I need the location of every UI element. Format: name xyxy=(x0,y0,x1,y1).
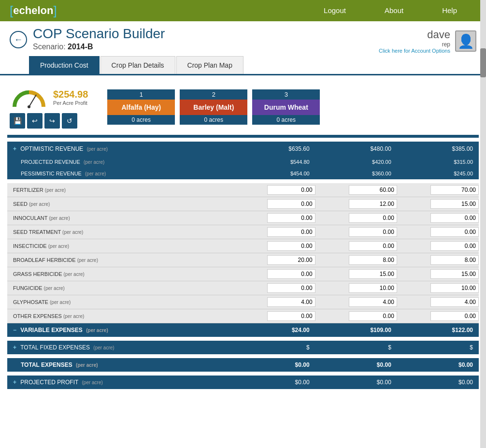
back-button[interactable]: ← xyxy=(10,31,27,48)
other-exp-field-3[interactable]: 0.00 xyxy=(430,311,479,321)
glyphosate-field-1[interactable]: 4.00 xyxy=(267,297,315,307)
innoculant-label: INNOCULANT (per acre) xyxy=(7,211,233,225)
spacer-4 xyxy=(7,372,479,376)
section-divider xyxy=(7,135,479,138)
header-left: ← COP Scenario Builder Scenario: 2014-B xyxy=(10,26,165,51)
projected-profit-3: $0.00 xyxy=(397,376,479,389)
crop-name-1: Alfalfa (Hay) xyxy=(107,100,175,115)
glyphosate-field-2[interactable]: 4.00 xyxy=(349,297,397,307)
proj-rev-2: $420.00 xyxy=(315,156,397,168)
insecticide-field-3[interactable]: 0.00 xyxy=(430,241,479,251)
insecticide-field-1[interactable]: 0.00 xyxy=(267,241,315,251)
revenue-expand-icon: + xyxy=(13,145,16,152)
total-fixed-row: + TOTAL FIXED EXPENSES (per acre) $ $ $ xyxy=(7,341,479,354)
grass-herbicide-row: GRASS HERBICIDE (per acre) 0.00 15.00 15… xyxy=(7,267,479,281)
grass-herb-field-3[interactable]: 15.00 xyxy=(430,269,479,279)
total-exp-2: $0.00 xyxy=(315,358,397,372)
grass-herbicide-label: GRASS HERBICIDE (per acre) xyxy=(7,267,233,281)
crop-name-2: Barley (Malt) xyxy=(180,100,247,115)
projected-profit-2: $0.00 xyxy=(315,376,397,389)
fertilizer-field-3[interactable]: 70.00 xyxy=(430,185,479,195)
crop-acres-1: 0 acres xyxy=(107,115,175,125)
insecticide-label: INSECTICIDE (per acre) xyxy=(7,239,233,253)
other-exp-field-1[interactable]: 0.00 xyxy=(267,311,315,321)
broadleaf-field-2[interactable]: 8.00 xyxy=(349,255,397,265)
crop-name-3: Durum Wheat xyxy=(252,100,320,115)
projected-profit-row: + PROJECTED PROFIT (per acre) $0.00 $0.0… xyxy=(7,376,479,389)
avatar-icon: 👤 xyxy=(457,33,474,49)
innoculant-field-2[interactable]: 0.00 xyxy=(349,213,397,223)
seed-field-1[interactable]: 0.00 xyxy=(267,199,315,209)
title-block: COP Scenario Builder Scenario: 2014-B xyxy=(33,26,165,51)
gauge-text: $254.98 Per Acre Profit xyxy=(53,89,88,106)
seed-treatment-label: SEED TREATMENT (per acre) xyxy=(7,225,233,239)
innoculant-field-1[interactable]: 0.00 xyxy=(267,213,315,223)
top-nav: [ e chelon ] Logout About Help xyxy=(0,0,486,21)
scrollbar-track[interactable] xyxy=(480,0,486,394)
header-area: ← COP Scenario Builder Scenario: 2014-B … xyxy=(0,21,486,56)
logout-link[interactable]: Logout xyxy=(304,0,365,21)
crop-card-3[interactable]: 3 Durum Wheat 0 acres xyxy=(252,89,320,125)
user-role: rep xyxy=(379,41,450,48)
other-expenses-label: OTHER EXPENSES (per acre) xyxy=(7,309,233,323)
gauge-svg xyxy=(10,85,48,109)
seed-field-3[interactable]: 15.00 xyxy=(430,199,479,209)
other-expenses-row: OTHER EXPENSES (per acre) 0.00 0.00 0.00 xyxy=(7,309,479,323)
fertilizer-label: FERTILIZER (per acre) xyxy=(7,183,233,197)
broadleaf-row: BROADLEAF HERBICIDE (per acre) 20.00 8.0… xyxy=(7,253,479,267)
tabs-bar: Production Cost Crop Plan Details Crop P… xyxy=(0,56,486,75)
innoculant-row: INNOCULANT (per acre) 0.00 0.00 0.00 xyxy=(7,211,479,225)
projected-profit-1: $0.00 xyxy=(233,376,315,389)
seed-treatment-field-2[interactable]: 0.00 xyxy=(349,227,397,237)
variable-exp-3: $122.00 xyxy=(397,323,479,337)
fertilizer-input-1[interactable]: 0.00 xyxy=(233,183,315,197)
avatar: 👤 xyxy=(455,30,476,52)
account-link[interactable]: Click here for Account Options xyxy=(379,48,450,54)
scrollbar-thumb[interactable] xyxy=(480,48,486,77)
insecticide-field-2[interactable]: 0.00 xyxy=(349,241,397,251)
other-exp-field-2[interactable]: 0.00 xyxy=(349,311,397,321)
seed-field-2[interactable]: 12.00 xyxy=(349,199,397,209)
revenue-header-label: + OPTIMISTIC REVENUE (per acre) xyxy=(7,142,233,156)
crop-num-3: 3 xyxy=(252,89,320,100)
seed-treatment-field-3[interactable]: 0.00 xyxy=(430,227,479,237)
grass-herb-field-1[interactable]: 0.00 xyxy=(267,269,315,279)
total-exp-1: $0.00 xyxy=(233,358,315,372)
glyphosate-field-3[interactable]: 4.00 xyxy=(430,297,479,307)
redo-button[interactable]: ↪ xyxy=(44,113,60,129)
fertilizer-field-1[interactable]: 0.00 xyxy=(267,185,315,195)
variable-collapse-icon: − xyxy=(13,327,16,333)
fertilizer-field-2[interactable]: 60.00 xyxy=(349,185,397,195)
crop-num-2: 2 xyxy=(180,89,247,100)
fungicide-field-3[interactable]: 10.00 xyxy=(430,283,479,293)
undo-button[interactable]: ↩ xyxy=(27,113,43,129)
page-title: COP Scenario Builder xyxy=(33,26,165,42)
grass-herb-field-2[interactable]: 15.00 xyxy=(349,269,397,279)
insecticide-row: INSECTICIDE (per acre) 0.00 0.00 0.00 xyxy=(7,239,479,253)
proj-rev-1: $544.80 xyxy=(233,156,315,168)
broadleaf-field-1[interactable]: 20.00 xyxy=(267,255,315,265)
fungicide-field-2[interactable]: 10.00 xyxy=(349,283,397,293)
fungicide-field-1[interactable]: 0.00 xyxy=(267,283,315,293)
broadleaf-field-3[interactable]: 8.00 xyxy=(430,255,479,265)
save-button[interactable]: 💾 xyxy=(10,113,25,129)
pess-rev-1: $454.00 xyxy=(233,168,315,179)
fertilizer-input-3[interactable]: 70.00 xyxy=(397,183,479,197)
revenue-opt-1: $635.60 xyxy=(233,142,315,156)
innoculant-field-3[interactable]: 0.00 xyxy=(430,213,479,223)
reset-button[interactable]: ↺ xyxy=(62,113,77,129)
tab-crop-plan-map[interactable]: Crop Plan Map xyxy=(176,56,243,74)
total-expenses-row: TOTAL EXPENSES (per acre) $0.00 $0.00 $0… xyxy=(7,358,479,372)
revenue-header-row: + OPTIMISTIC REVENUE (per acre) $635.60 … xyxy=(7,142,479,156)
help-link[interactable]: Help xyxy=(423,0,476,21)
tab-production-cost[interactable]: Production Cost xyxy=(29,56,100,74)
fertilizer-input-2[interactable]: 60.00 xyxy=(315,183,397,197)
tab-crop-plan-details[interactable]: Crop Plan Details xyxy=(100,56,175,74)
crop-card-1[interactable]: 1 Alfalfa (Hay) 0 acres xyxy=(107,89,175,125)
crop-acres-3: 0 acres xyxy=(252,115,320,125)
gauge-area: $254.98 Per Acre Profit 💾 ↩ ↪ ↺ xyxy=(10,85,88,129)
seed-treatment-field-1[interactable]: 0.00 xyxy=(267,227,315,237)
crop-card-2[interactable]: 2 Barley (Malt) 0 acres xyxy=(180,89,247,125)
main-content: $254.98 Per Acre Profit 💾 ↩ ↪ ↺ 1 Alfalf… xyxy=(0,75,486,394)
about-link[interactable]: About xyxy=(365,0,423,21)
